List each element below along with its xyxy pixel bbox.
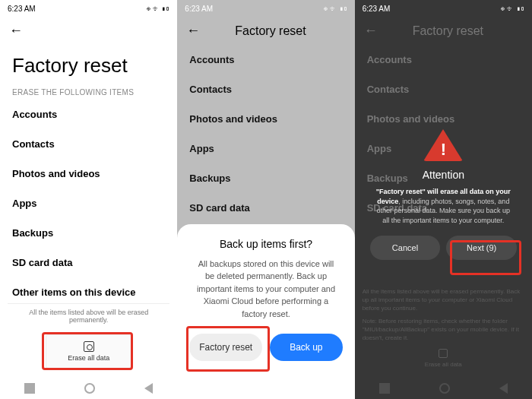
nav-home-icon[interactable] [84, 383, 95, 394]
list-item[interactable]: SD card data [177, 193, 354, 223]
list-item[interactable]: Contacts [177, 74, 354, 104]
list-item[interactable]: SD card data [0, 248, 177, 277]
list-item[interactable]: Photos and videos [0, 159, 177, 188]
dialog-body: "Factory reset" will erase all data on y… [370, 187, 517, 225]
nav-recent-icon[interactable] [24, 383, 35, 394]
status-icons: ◉ ᯤ ▮▯ [501, 5, 524, 13]
screen-1: 6:23 AM ◉ ᯤ ▮▯ ← Factory reset ERASE THE… [0, 0, 177, 399]
list-item[interactable]: Accounts [0, 100, 177, 129]
cancel-button[interactable]: Cancel [370, 236, 441, 260]
list-item[interactable]: Accounts [177, 45, 354, 74]
status-icons: ◉ ᯤ ▮▯ [147, 5, 170, 13]
back-icon[interactable]: ← [186, 23, 200, 39]
screen-3: 6:23 AM ◉ ᯤ ▮▯ ← Factory reset Accounts … [355, 0, 532, 399]
back-icon: ← [364, 23, 378, 39]
nav-back-icon[interactable] [144, 383, 153, 394]
nav-bar [355, 378, 532, 399]
list-item[interactable]: Backups [0, 218, 177, 248]
sheet-body: All backups stored on this device will b… [189, 258, 342, 321]
list-item[interactable]: Apps [177, 134, 354, 163]
page-title: Factory reset [0, 45, 177, 84]
next-button[interactable]: Next (9) [446, 236, 517, 260]
header: ← Factory reset [355, 17, 532, 45]
nav-bar [0, 378, 177, 399]
dim-footer: All the items listed above will be erase… [363, 287, 524, 369]
header: ← [0, 17, 177, 45]
dim-footer-text: All the items listed above will be erase… [363, 287, 524, 313]
dialog-title: Attention [370, 169, 517, 181]
warning-icon: ! [423, 129, 463, 161]
status-time: 6:23 AM [185, 5, 213, 13]
list-item: Contacts [355, 74, 532, 104]
factory-reset-button[interactable]: Factory reset [189, 334, 262, 361]
dim-erase: Erase all data [363, 349, 524, 369]
list-item[interactable]: Backups [177, 163, 354, 193]
footer-text: All the items listed above will be erase… [8, 303, 169, 328]
bottom-sheet: Back up items first? All backups stored … [177, 224, 354, 400]
page-title: Factory reset [388, 24, 508, 38]
sheet-title: Back up items first? [189, 238, 342, 250]
attention-dialog: ! Attention "Factory reset" will erase a… [370, 129, 517, 260]
nav-recent-icon[interactable] [379, 383, 390, 394]
list-item[interactable]: Apps [0, 188, 177, 218]
section-label: ERASE THE FOLLOWING ITEMS [0, 84, 177, 100]
list-item[interactable]: Photos and videos [177, 104, 354, 134]
status-time: 6:23 AM [8, 5, 36, 13]
status-bar: 6:23 AM ◉ ᯤ ▮▯ [0, 0, 177, 17]
screen-2: 6:23 AM ◉ ᯤ ▮▯ ← Factory reset Accounts … [177, 0, 354, 399]
header: ← Factory reset [177, 17, 354, 45]
list-item[interactable]: Contacts [0, 129, 177, 159]
back-icon[interactable]: ← [9, 23, 23, 39]
status-icons: ◉ ᯤ ▮▯ [324, 5, 347, 13]
nav-back-icon[interactable] [499, 383, 508, 394]
status-bar: 6:23 AM ◉ ᯤ ▮▯ [177, 0, 354, 17]
nav-home-icon[interactable] [439, 383, 450, 394]
erase-label: Erase all data [68, 354, 109, 362]
dim-footer-note: Note: Before restoring items, check whet… [363, 317, 524, 343]
list-item: Accounts [355, 45, 532, 74]
page-title: Factory reset [211, 24, 330, 38]
erase-all-data-button[interactable]: Erase all data [46, 334, 131, 369]
footer: All the items listed above will be erase… [0, 303, 177, 369]
status-bar: 6:23 AM ◉ ᯤ ▮▯ [355, 0, 532, 17]
status-time: 6:23 AM [363, 5, 391, 13]
back-up-button[interactable]: Back up [270, 334, 343, 361]
erase-icon [84, 341, 94, 352]
